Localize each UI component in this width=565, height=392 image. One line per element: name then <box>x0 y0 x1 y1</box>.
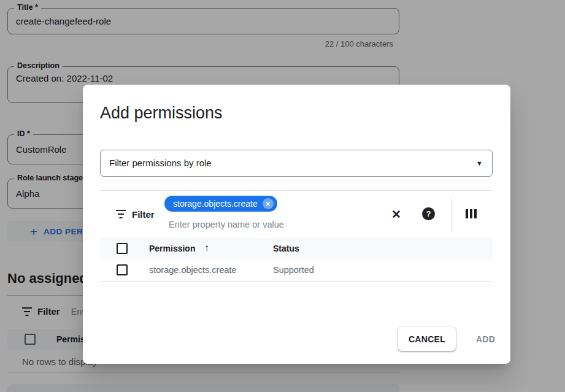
arrow-up-icon[interactable]: ↑ <box>204 242 209 253</box>
help-icon[interactable]: ? <box>422 207 435 220</box>
add-button[interactable]: ADD <box>469 327 502 351</box>
screen: Title * create-changefeed-role 22 / 100 … <box>0 0 565 392</box>
permission-column-header[interactable]: Permission <box>149 244 195 253</box>
cancel-button[interactable]: CANCEL <box>398 327 456 351</box>
clear-filters-icon[interactable]: ✕ <box>388 206 405 223</box>
table-row[interactable]: storage.objects.create Supported <box>100 259 493 282</box>
role-filter-dropdown-value: Filter permissions by role <box>101 150 492 176</box>
filter-icon <box>115 210 126 218</box>
role-filter-dropdown[interactable]: Filter permissions by role ▼ <box>100 150 493 177</box>
close-circle-icon[interactable]: ✕ <box>263 198 274 209</box>
permission-cell: storage.objects.create <box>149 265 237 275</box>
filter-label: Filter <box>132 209 155 220</box>
row-checkbox[interactable] <box>117 264 128 275</box>
filter-chip[interactable]: storage.objects.create ✕ <box>164 196 277 212</box>
column-options-icon[interactable] <box>466 209 477 218</box>
status-column-header[interactable]: Status <box>273 244 299 253</box>
divider <box>451 198 452 231</box>
add-permissions-dialog: Add permissions Filter permissions by ro… <box>83 85 510 364</box>
dialog-title: Add permissions <box>100 104 223 123</box>
status-cell: Supported <box>273 265 314 275</box>
filter-input[interactable]: Enter property name or value <box>169 220 284 229</box>
dialog-filter-toolbar: Filter storage.objects.create ✕ Enter pr… <box>100 190 493 238</box>
select-all-checkbox[interactable] <box>117 243 128 254</box>
filter-chip-label: storage.objects.create <box>173 199 258 209</box>
dialog-table-header: Permission ↑ Status <box>100 238 493 259</box>
chevron-down-icon: ▼ <box>476 159 483 167</box>
